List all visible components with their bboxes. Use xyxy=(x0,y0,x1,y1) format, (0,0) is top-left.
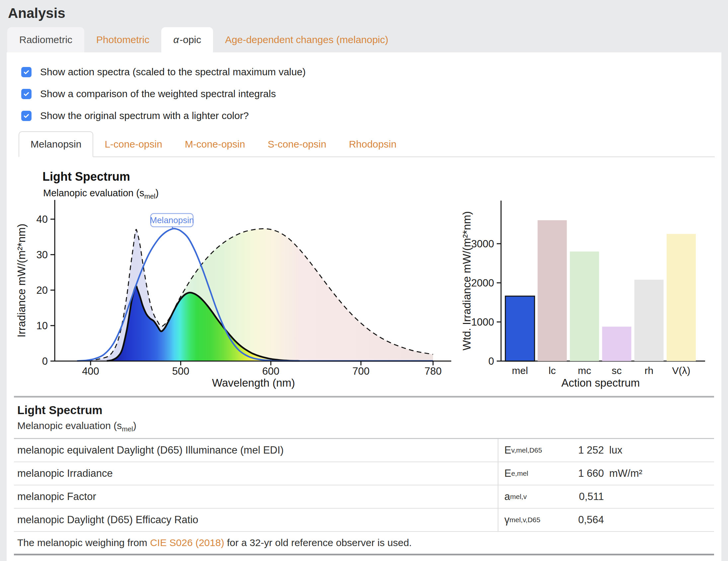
row-value: 1 252 xyxy=(571,444,604,456)
bar-mel xyxy=(505,296,535,361)
y-tick-label: 30 xyxy=(36,249,48,261)
row-unit: lux xyxy=(604,444,714,456)
x-tick-label: 700 xyxy=(352,365,370,377)
bar-mc xyxy=(570,252,599,361)
bar-category-label: mc xyxy=(578,365,591,376)
table-row: melanopic Irradiance Ee,mel 1 660 mW/m² xyxy=(14,462,714,485)
checkbox-label: Show the original spectrum with a lighte… xyxy=(40,110,249,121)
bar-y-tick-label: 2000 xyxy=(471,277,494,289)
melanopsin-annotation-label: Melanopsin xyxy=(150,215,194,225)
subtab-s-cone-opsin[interactable]: S-cone-opsin xyxy=(256,132,338,157)
bar-y-tick-label: 1000 xyxy=(471,316,494,328)
subtab-melanopsin[interactable]: Melanopsin xyxy=(19,131,93,157)
checkbox-label: Show action spectra (scaled to the spect… xyxy=(40,66,306,78)
tab-radiometric[interactable]: Radiometric xyxy=(7,27,84,52)
row-value: 0,564 xyxy=(571,514,604,526)
bar-sc xyxy=(602,326,631,361)
bar-y-tick-label: 0 xyxy=(488,355,494,367)
row-unit: mW/m² xyxy=(604,467,714,479)
x-tick-label: 400 xyxy=(82,365,99,377)
row-value: 1 660 xyxy=(571,467,604,479)
app-root: Analysis Radiometric Photometric α-opic … xyxy=(0,0,728,561)
cie-s026-link[interactable]: CIE S026 (2018) xyxy=(150,537,224,548)
row-label: melanopic Daylight (D65) Efficacy Ratio xyxy=(14,514,498,526)
x-tick-label: 500 xyxy=(172,365,189,377)
table-row: melanopic Daylight (D65) Efficacy Ratio … xyxy=(14,509,714,532)
tab-photometric[interactable]: Photometric xyxy=(84,27,161,52)
y-tick-label: 10 xyxy=(36,320,48,331)
alpha-glyph: α xyxy=(173,34,180,45)
checkbox-show-original-spectrum[interactable]: Show the original spectrum with a lighte… xyxy=(21,105,721,127)
x-axis-label: Wavelength (nm) xyxy=(212,377,295,389)
row-label: melanopic Irradiance xyxy=(14,467,498,479)
y-tick-label: 20 xyxy=(36,284,48,296)
row-symbol: γmel,v,D65 xyxy=(498,509,571,531)
x-tick-label: 780 xyxy=(424,365,442,377)
checkbox-checked-icon[interactable] xyxy=(21,67,32,77)
bar-rh xyxy=(634,280,664,361)
bar-category-label: V(λ) xyxy=(672,365,691,376)
y-tick-label: 0 xyxy=(42,355,48,367)
row-label: melanopic equivalent Daylight (D65) Illu… xyxy=(14,444,498,456)
tab-alpha-opic[interactable]: α-opic xyxy=(161,27,213,52)
subtab-rhodopsin[interactable]: Rhodopsin xyxy=(337,132,407,157)
checkbox-checked-icon[interactable] xyxy=(21,111,32,121)
bar-category-label: mel xyxy=(512,365,528,376)
table-footnote: The melanopic weighing from CIE S026 (20… xyxy=(14,532,714,554)
checkbox-checked-icon[interactable] xyxy=(21,89,32,99)
spectrum-chart-title: Light Spectrum xyxy=(42,170,130,184)
x-tick-label: 600 xyxy=(262,365,279,377)
checkbox-show-action-spectra[interactable]: Show action spectra (scaled to the spect… xyxy=(21,61,721,83)
tab-alpha-opic-label: -opic xyxy=(180,34,201,45)
subtab-m-cone-opsin[interactable]: M-cone-opsin xyxy=(174,132,256,157)
row-label: melanopic Factor xyxy=(14,491,498,503)
bar-category-label: rh xyxy=(644,365,653,376)
content-card: Show action spectra (scaled to the spect… xyxy=(7,52,721,561)
row-value: 0,511 xyxy=(571,491,604,503)
charts-region: 400500600700780010203040Wavelength (nm)I… xyxy=(7,159,721,394)
opsin-tab-bar: Melanopsin L-cone-opsin M-cone-opsin S-c… xyxy=(19,131,715,157)
subtab-l-cone-opsin[interactable]: L-cone-opsin xyxy=(93,132,173,157)
row-symbol: Ev,mel,D65 xyxy=(498,439,571,461)
table-title: Light Spectrum xyxy=(14,397,714,417)
row-symbol: amel,v xyxy=(498,485,571,508)
y-tick-label: 40 xyxy=(36,214,48,225)
tab-age-dependent[interactable]: Age-dependent changes (melanopic) xyxy=(213,27,400,52)
bar-x-axis-label: Action spectrum xyxy=(561,377,640,389)
table-row: melanopic Factor amel,v 0,511 xyxy=(14,485,714,509)
y-axis-label: Irradiance mW/(m²*nm) xyxy=(15,224,28,337)
main-tab-bar: Radiometric Photometric α-opic Age-depen… xyxy=(7,27,728,52)
bar-V(λ) xyxy=(667,234,696,361)
bottom-divider xyxy=(14,554,714,555)
results-table: Light Spectrum Melanopic evaluation (sme… xyxy=(14,397,714,554)
table-row: melanopic equivalent Daylight (D65) Illu… xyxy=(14,439,714,462)
bar-lc xyxy=(538,220,567,361)
bar-y-axis-label: Wtd. Irradiance mW/(m²*nm) xyxy=(461,211,473,350)
bar-category-label: lc xyxy=(548,365,556,376)
row-symbol: Ee,mel xyxy=(498,462,571,485)
table-subtitle: Melanopic evaluation (smel) xyxy=(14,417,714,438)
options-section: Show action spectra (scaled to the spect… xyxy=(7,52,721,127)
checkbox-label: Show a comparison of the weighted spectr… xyxy=(40,88,276,100)
spectrum-chart-subtitle: Melanopic evaluation (smel) xyxy=(43,188,159,199)
bar-y-tick-label: 3000 xyxy=(471,238,494,250)
bar-category-label: sc xyxy=(612,365,622,376)
checkbox-show-comparison[interactable]: Show a comparison of the weighted spectr… xyxy=(21,83,721,105)
page-title: Analysis xyxy=(0,0,728,27)
